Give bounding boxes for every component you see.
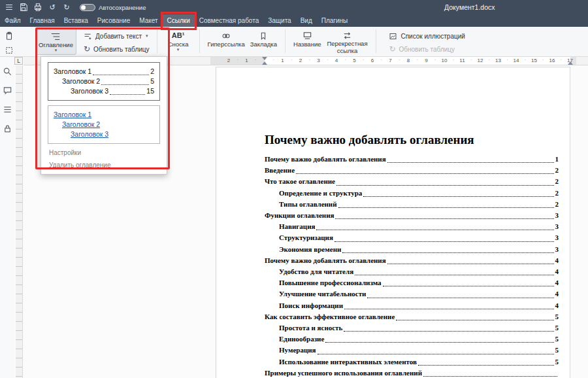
toc-leader-dots xyxy=(336,185,554,186)
ribbon-tab[interactable]: Плагины xyxy=(317,14,353,27)
ribbon-tab[interactable]: Ссылки xyxy=(163,14,195,27)
toc-leader-dots xyxy=(396,320,553,320)
paste-icon[interactable] xyxy=(3,30,16,41)
update-table-label: Обновить таблицу xyxy=(93,46,150,53)
toc-entry[interactable]: Единообразие 5 xyxy=(265,334,559,345)
lock-icon[interactable] xyxy=(2,123,12,133)
ruler-mark: 17 xyxy=(567,58,573,63)
bookmark-button[interactable]: Закладка xyxy=(248,28,280,55)
toc-entry[interactable]: Почему важно добавлять оглавления 1 xyxy=(265,154,559,165)
ribbon-tab[interactable]: Главная xyxy=(25,14,59,27)
toc-entry[interactable]: Определение и структура 2 xyxy=(265,188,559,199)
autosave-toggle[interactable]: Автосохранение xyxy=(80,4,146,11)
print-icon[interactable] xyxy=(31,1,44,13)
app-menu-icon[interactable] xyxy=(3,1,16,13)
toc-entry[interactable]: Функции оглавления 3 xyxy=(265,210,559,221)
toc-entry-page: 4 xyxy=(555,300,559,311)
toc-entry[interactable]: Типы оглавлений 2 xyxy=(265,199,559,210)
ribbon-separator xyxy=(285,29,286,53)
indent-marker-first-line[interactable] xyxy=(262,57,267,60)
add-text-button[interactable]: Добавить текст ▾ xyxy=(82,31,152,41)
toc-leader-dots xyxy=(316,230,553,230)
toc-entry[interactable]: Простота и ясность 5 xyxy=(265,322,559,334)
toc-leader-dots xyxy=(344,309,553,309)
toc-entry[interactable]: Повышение профессионализма 4 xyxy=(265,277,559,288)
toc-entry-label: Как составить эффективное оглавление xyxy=(265,311,395,322)
toc-entry[interactable]: Использование интерактивных элементов 5 xyxy=(265,356,559,368)
ribbon-tab[interactable]: Файл xyxy=(0,14,25,27)
toc-entry[interactable]: Поиск информации 4 xyxy=(265,300,559,311)
vertical-ruler[interactable] xyxy=(16,65,23,378)
ruler-mark: · xyxy=(506,57,508,63)
toc-entry-page: 5 xyxy=(555,322,559,334)
ruler-mark: · xyxy=(237,57,238,63)
ribbon-tab[interactable]: Вставка xyxy=(59,14,93,27)
toggle-track[interactable] xyxy=(80,4,95,11)
hyperlink-button[interactable]: Гиперссылка xyxy=(205,28,248,55)
toc-entry-label: Почему важно добавлять оглавления xyxy=(265,255,386,266)
toc-preview-label: Заголовок 2 xyxy=(62,77,100,86)
tab-stop-selector[interactable]: L xyxy=(14,57,23,65)
toc-preview-label: Заголовок 3 xyxy=(71,86,108,96)
toc-remove-item[interactable]: Удалить оглавление xyxy=(41,156,167,169)
toc-entry[interactable]: Примеры успешного использования оглавлен… xyxy=(265,368,559,378)
document-page[interactable]: Почему важно добавлять оглавления Почему… xyxy=(216,67,570,378)
toc-entry[interactable]: Почему важно добавлять оглавления 4 xyxy=(265,255,559,266)
ribbon-tab[interactable]: Защита xyxy=(263,14,295,27)
ruler-mark: · xyxy=(434,57,436,63)
horizontal-ruler[interactable]: 1·2·1·2·3·4·5·6·7·8·9·10·11·12·13·14·15·… xyxy=(210,57,576,65)
toc-entry[interactable]: Введение 2 xyxy=(265,165,559,176)
toc-settings-item[interactable]: Настройки xyxy=(41,144,167,156)
ruler-mark: · xyxy=(560,57,562,63)
ribbon-tab[interactable]: Рисование xyxy=(93,14,135,27)
page-title: Почему важно добавлять оглавления xyxy=(265,133,559,147)
save-icon[interactable] xyxy=(17,1,30,13)
figure-list-button[interactable]: Список иллюстраций xyxy=(387,31,466,41)
toc-entry[interactable]: Экономия времени 3 xyxy=(265,244,559,255)
ribbon-tab[interactable]: Вид xyxy=(296,14,317,27)
toc-entry[interactable]: Структуризация 3 xyxy=(265,232,559,243)
toc-leader-dots xyxy=(335,241,554,242)
ribbon-tab-label: Вид xyxy=(301,17,312,24)
toc-entry[interactable]: Что такое оглавление 2 xyxy=(265,176,559,187)
toc-style-numbered-option[interactable]: Заголовок 1 2 Заголовок 2 5 Заголовок 3 … xyxy=(48,62,160,101)
ribbon-separator xyxy=(157,29,157,53)
ruler-mark: 8 xyxy=(407,58,410,63)
autosave-label: Автосохранение xyxy=(99,4,146,11)
toc-leader-dots xyxy=(363,196,553,197)
toc-button[interactable]: Оглавление ▾ xyxy=(35,28,76,55)
ruler-mark: · xyxy=(344,57,346,63)
indent-marker-left[interactable] xyxy=(262,61,267,65)
toc-style-links-option[interactable]: Заголовок 1 Заголовок 2 Заголовок 3 xyxy=(48,105,160,144)
toc-entry-page: 3 xyxy=(555,221,559,232)
cross-reference-button[interactable]: Перекрестная ссылка xyxy=(323,28,370,55)
ribbon-tab-label: Ссылки xyxy=(167,17,190,24)
toc-entry[interactable]: Улучшение читабельности 4 xyxy=(265,288,559,300)
toc-entry[interactable]: Навигация 3 xyxy=(265,221,559,232)
toc-entry-page: 4 xyxy=(555,277,559,288)
comments-icon[interactable] xyxy=(2,85,12,95)
toc-entry[interactable]: Удобство для читателя 4 xyxy=(265,266,559,277)
ribbon-tab[interactable]: Макет xyxy=(135,14,162,27)
footnote-button[interactable]: AB¹ Сноска ▾ xyxy=(163,28,194,55)
select-icon[interactable] xyxy=(3,44,16,56)
redo-icon[interactable]: ↻ xyxy=(60,1,73,13)
add-text-icon xyxy=(84,32,92,41)
ruler-mark: 12 xyxy=(478,58,483,63)
figure-list-group: Список иллюстраций ↻ Обновить таблицу xyxy=(387,31,466,54)
ribbon-tab-label: Совместная работа xyxy=(199,17,259,24)
caption-button[interactable]: Название xyxy=(291,28,323,55)
toc-entry-label: Нумерация xyxy=(279,345,316,356)
ruler-mark: · xyxy=(488,57,490,63)
navigation-icon[interactable] xyxy=(2,104,12,114)
toc-entry-page: 2 xyxy=(555,199,559,210)
undo-icon[interactable]: ↺ xyxy=(46,1,59,13)
toc-entry[interactable]: Как составить эффективное оглавление 5 xyxy=(265,311,559,322)
leader-dots xyxy=(110,94,145,95)
update-table-button[interactable]: ↻ Обновить таблицу xyxy=(82,44,152,54)
quick-access-toolbar: ↺ ↻ xyxy=(0,1,73,13)
search-icon[interactable] xyxy=(2,66,12,77)
ruler-mark: · xyxy=(524,57,526,63)
ribbon-tab[interactable]: Совместная работа xyxy=(195,14,264,27)
toc-entry[interactable]: Нумерация 5 xyxy=(265,345,559,356)
